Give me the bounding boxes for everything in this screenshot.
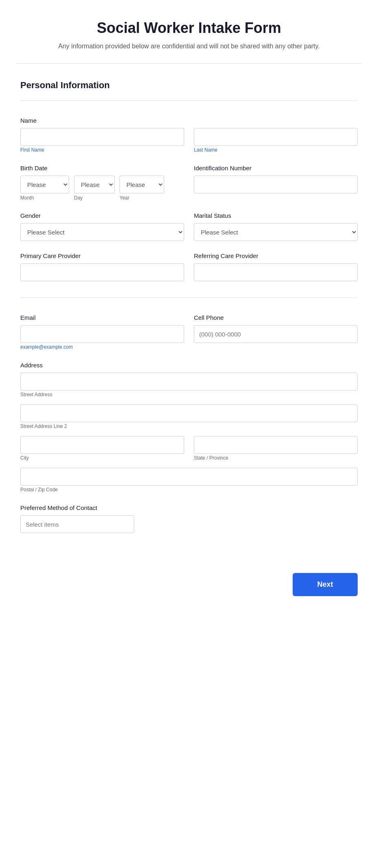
next-button[interactable]: Next <box>293 573 358 596</box>
first-name-col: First Name <box>20 128 184 153</box>
city-col: City <box>20 436 184 461</box>
contact-divider <box>20 297 358 298</box>
last-name-input[interactable] <box>194 128 358 146</box>
birthdate-id-row: Birth Date Please Month Please Day Pl <box>20 165 358 201</box>
city-hint: City <box>20 455 29 461</box>
month-col: Please Month <box>20 176 69 201</box>
postal-row: Postal / Zip Code <box>20 468 358 493</box>
phone-col: Cell Phone <box>194 314 358 350</box>
page-title: Social Worker Intake Form <box>24 20 354 37</box>
month-select[interactable]: Please <box>20 176 69 193</box>
gender-select[interactable]: Please Select Male Female Other Prefer n… <box>20 223 184 241</box>
primary-care-input[interactable] <box>20 263 184 281</box>
identification-col: Identification Number <box>194 165 358 201</box>
street-address2-input[interactable] <box>20 404 358 422</box>
state-hint: State / Province <box>194 455 228 461</box>
day-select[interactable]: Please <box>74 176 115 193</box>
last-name-col: Last Name <box>194 128 358 153</box>
gender-col: Gender Please Select Male Female Other P… <box>20 212 184 241</box>
address-group: Address Street Address Street Address Li… <box>20 362 358 493</box>
care-provider-row: Primary Care Provider Referring Care Pro… <box>20 252 358 281</box>
form-container: Personal Information Name First Name Las… <box>0 64 378 561</box>
day-hint: Day <box>74 195 115 201</box>
phone-input[interactable] <box>194 325 358 343</box>
last-name-hint: Last Name <box>194 147 217 153</box>
first-name-input[interactable] <box>20 128 184 146</box>
preferred-contact-input[interactable] <box>20 515 134 533</box>
birth-date-selects: Please Month Please Day Please Year <box>20 176 184 201</box>
birthdate-col: Birth Date Please Month Please Day Pl <box>20 165 184 201</box>
referring-care-input[interactable] <box>194 263 358 281</box>
postal-input[interactable] <box>20 468 358 486</box>
year-hint: Year <box>119 195 164 201</box>
marital-status-col: Marital Status Please Select Single Marr… <box>194 212 358 241</box>
name-label: Name <box>20 117 358 124</box>
email-input[interactable] <box>20 325 184 343</box>
preferred-contact-label: Preferred Method of Contact <box>20 504 358 511</box>
email-phone-row: Email example@example.com Cell Phone <box>20 314 358 350</box>
street-hint: Street Address <box>20 392 52 397</box>
footer-row: Next <box>0 561 378 616</box>
marital-status-label: Marital Status <box>194 212 358 219</box>
street-address-row: Street Address <box>20 373 358 398</box>
city-state-row: City State / Province <box>20 436 358 461</box>
personal-info-divider <box>20 100 358 101</box>
phone-label: Cell Phone <box>194 314 358 321</box>
name-row: First Name Last Name <box>20 128 358 153</box>
email-label: Email <box>20 314 184 321</box>
personal-info-section-title: Personal Information <box>20 80 358 91</box>
street-address2-row: Street Address Line 2 <box>20 404 358 430</box>
email-hint: example@example.com <box>20 344 73 350</box>
street-address-input[interactable] <box>20 373 358 391</box>
primary-care-label: Primary Care Provider <box>20 252 184 259</box>
email-col: Email example@example.com <box>20 314 184 350</box>
street2-hint: Street Address Line 2 <box>20 423 67 429</box>
referring-care-col: Referring Care Provider <box>194 252 358 281</box>
identification-label: Identification Number <box>194 165 358 171</box>
marital-status-select[interactable]: Please Select Single Married Divorced Wi… <box>194 223 358 241</box>
referring-care-label: Referring Care Provider <box>194 252 358 259</box>
address-label: Address <box>20 362 358 369</box>
gender-marital-row: Gender Please Select Male Female Other P… <box>20 212 358 241</box>
preferred-contact-group: Preferred Method of Contact <box>20 504 358 533</box>
month-hint: Month <box>20 195 69 201</box>
primary-care-col: Primary Care Provider <box>20 252 184 281</box>
identification-input[interactable] <box>194 176 358 193</box>
page-subtitle: Any information provided below are confi… <box>24 41 354 51</box>
birthdate-label: Birth Date <box>20 165 184 171</box>
postal-hint: Postal / Zip Code <box>20 487 58 493</box>
gender-label: Gender <box>20 212 184 219</box>
year-col: Please Year <box>119 176 164 201</box>
state-input[interactable] <box>194 436 358 454</box>
state-col: State / Province <box>194 436 358 461</box>
year-select[interactable]: Please <box>119 176 164 193</box>
name-group: Name First Name Last Name <box>20 117 358 153</box>
city-input[interactable] <box>20 436 184 454</box>
page-header: Social Worker Intake Form Any informatio… <box>0 0 378 63</box>
day-col: Please Day <box>74 176 115 201</box>
first-name-hint: First Name <box>20 147 44 153</box>
